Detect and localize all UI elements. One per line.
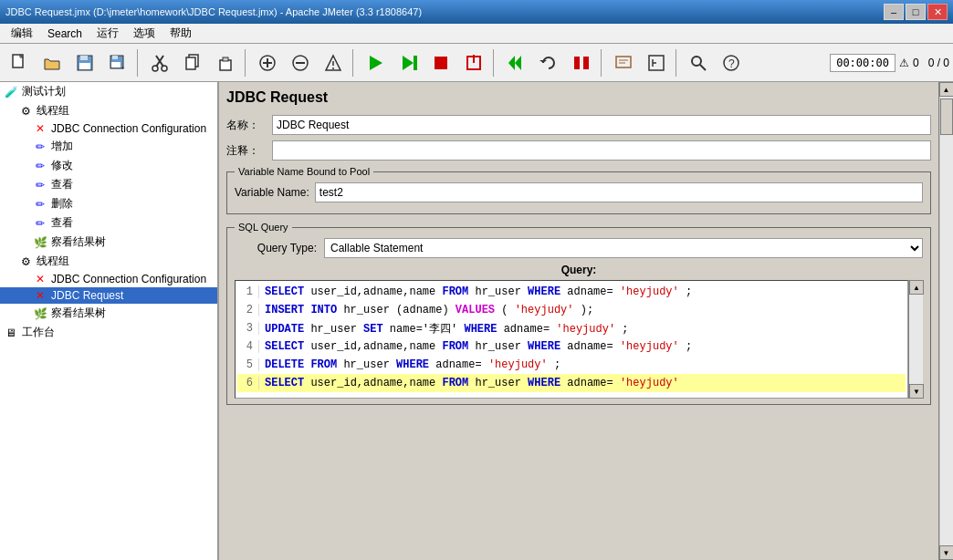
- close-button[interactable]: ✕: [927, 4, 948, 20]
- tree-item-result-tree-1[interactable]: 🌿 察看结果树: [0, 233, 217, 252]
- variable-name-label: Variable Name:: [235, 186, 309, 199]
- text-4c: adname=: [567, 340, 613, 353]
- tree-item-workbench[interactable]: 🖥 工作台: [0, 323, 217, 342]
- comment-input[interactable]: [272, 140, 931, 161]
- tree-item-modify[interactable]: ✏ 修改: [0, 156, 217, 175]
- text-6a: user_id,adname,name: [310, 377, 442, 389]
- svg-marker-30: [508, 56, 515, 70]
- query-type-row: Query Type: Callable Statement Select St…: [235, 238, 923, 258]
- tree-item-label: 察看结果树: [51, 234, 106, 250]
- kw-sel6: SELECT: [265, 377, 304, 389]
- text-6b: hr_user: [475, 377, 528, 389]
- variable-group: Variable Name Bound to Pool Variable Nam…: [226, 166, 931, 214]
- name-label: 名称：: [226, 118, 272, 133]
- tree-item-result-tree-2[interactable]: 🌿 察看结果树: [0, 304, 217, 323]
- line-num-4: 4: [237, 340, 259, 353]
- remote-stop-button[interactable]: [566, 47, 597, 78]
- test-button[interactable]: [608, 47, 639, 78]
- code-scroll-down[interactable]: ▼: [909, 384, 924, 399]
- menu-edit[interactable]: 编辑: [4, 24, 40, 43]
- add-element-button[interactable]: [252, 47, 283, 78]
- code-scrollbar: ▲ ▼: [908, 280, 923, 399]
- save-button[interactable]: [69, 47, 100, 78]
- kw-wh3: WHERE: [464, 323, 497, 336]
- title-controls: – □ ✕: [884, 4, 948, 20]
- remote-start-button[interactable]: [500, 47, 531, 78]
- cut-button[interactable]: [144, 47, 175, 78]
- workbench-icon: 🖥: [4, 327, 18, 339]
- maximize-button[interactable]: □: [906, 4, 926, 20]
- right-scroll-track-area: [940, 97, 953, 545]
- text-3d: ;: [622, 323, 628, 336]
- text-1b: hr_user: [475, 285, 528, 298]
- sep-1: [137, 49, 141, 77]
- svg-rect-14: [220, 60, 231, 70]
- minimize-button[interactable]: –: [884, 4, 904, 20]
- str-4: 'heyjudy': [620, 340, 679, 353]
- remote-clear-button[interactable]: [533, 47, 564, 78]
- right-scroll-up[interactable]: ▲: [939, 82, 954, 97]
- open-button[interactable]: [37, 47, 68, 78]
- tree-item-add[interactable]: ✏ 增加: [0, 137, 217, 156]
- start-no-pause-button[interactable]: [393, 47, 424, 78]
- svg-rect-15: [223, 57, 228, 61]
- text-6c: adname=: [567, 377, 613, 389]
- query-label: Query:: [235, 264, 923, 276]
- name-input[interactable]: [272, 115, 931, 135]
- str-1: 'heyjudy': [620, 285, 679, 298]
- tree-item-test-plan[interactable]: 🧪 测试计划: [0, 82, 217, 101]
- clear-button[interactable]: [318, 47, 349, 78]
- main-layout: 🧪 测试计划 ⚙ 线程组 ✕ JDBC Connection Configura…: [0, 82, 953, 560]
- paste-button[interactable]: [210, 47, 241, 78]
- new-button[interactable]: [4, 47, 35, 78]
- code-content-6: SELECT user_id,adname,name FROM hr_user …: [265, 377, 679, 389]
- menu-run[interactable]: 运行: [89, 24, 126, 43]
- saveas-button[interactable]: +: [102, 47, 133, 78]
- jdbc-request-icon: ✕: [33, 289, 47, 302]
- toolbar: +: [0, 44, 953, 82]
- variable-name-input[interactable]: [315, 182, 923, 202]
- shutdown-button[interactable]: [458, 47, 489, 78]
- tree-item-delete[interactable]: ✏ 删除: [0, 194, 217, 213]
- remove-element-button[interactable]: [285, 47, 316, 78]
- code-scroll-up[interactable]: ▲: [909, 280, 924, 295]
- start-button[interactable]: [360, 47, 391, 78]
- help-toolbar-button[interactable]: ?: [716, 47, 747, 78]
- tree-item-jdbc-request[interactable]: ✕ JDBC Request: [0, 287, 217, 304]
- code-content-1: SELECT user_id,adname,name FROM hr_user …: [265, 285, 692, 298]
- variable-group-legend: Variable Name Bound to Pool: [235, 166, 373, 177]
- tree-item-view-1[interactable]: ✏ 查看: [0, 175, 217, 194]
- svg-text:+: +: [120, 64, 125, 72]
- str-6: 'heyjudy': [620, 377, 679, 389]
- tree-item-jdbc-config-2[interactable]: ✕ JDBC Connection Configuration: [0, 271, 217, 287]
- copy-button[interactable]: [177, 47, 208, 78]
- right-scroll-down[interactable]: ▼: [939, 545, 954, 560]
- line-num-6: 6: [237, 377, 259, 389]
- tree-item-jdbc-config-1[interactable]: ✕ JDBC Connection Configuration: [0, 120, 217, 137]
- line-num-1: 1: [237, 285, 259, 298]
- function-button[interactable]: [641, 47, 672, 78]
- search-toolbar-button[interactable]: [683, 47, 714, 78]
- query-type-select[interactable]: Callable Statement Select Statement Upda…: [324, 238, 923, 258]
- code-editor[interactable]: 1 SELECT user_id,adname,name FROM hr_use…: [235, 280, 908, 399]
- svg-rect-3: [79, 63, 90, 69]
- right-scroll-thumb[interactable]: [940, 99, 953, 135]
- kw-fr4: FROM: [442, 340, 468, 353]
- menu-help[interactable]: 帮助: [162, 24, 199, 43]
- kw-fr6: FROM: [442, 377, 468, 389]
- menu-search[interactable]: Search: [40, 26, 89, 42]
- svg-rect-35: [616, 57, 631, 67]
- right-panel: JDBC Request 名称： 注释： Variable Name Bound…: [219, 82, 938, 560]
- tree-item-thread-group-2[interactable]: ⚙ 线程组: [0, 252, 217, 271]
- menu-options[interactable]: 选项: [126, 24, 162, 43]
- svg-marker-32: [539, 60, 547, 63]
- tree-item-thread-group-1[interactable]: ⚙ 线程组: [0, 101, 217, 120]
- comment-row: 注释：: [226, 140, 931, 161]
- tree-item-label: 察看结果树: [51, 306, 106, 321]
- code-line-1: 1 SELECT user_id,adname,name FROM hr_use…: [237, 283, 906, 301]
- svg-point-10: [152, 66, 158, 71]
- stop-button[interactable]: [425, 47, 456, 78]
- warning-count: 0: [913, 57, 919, 69]
- edit-icon-5: ✏: [33, 217, 47, 230]
- tree-item-view-2[interactable]: ✏ 查看: [0, 213, 217, 233]
